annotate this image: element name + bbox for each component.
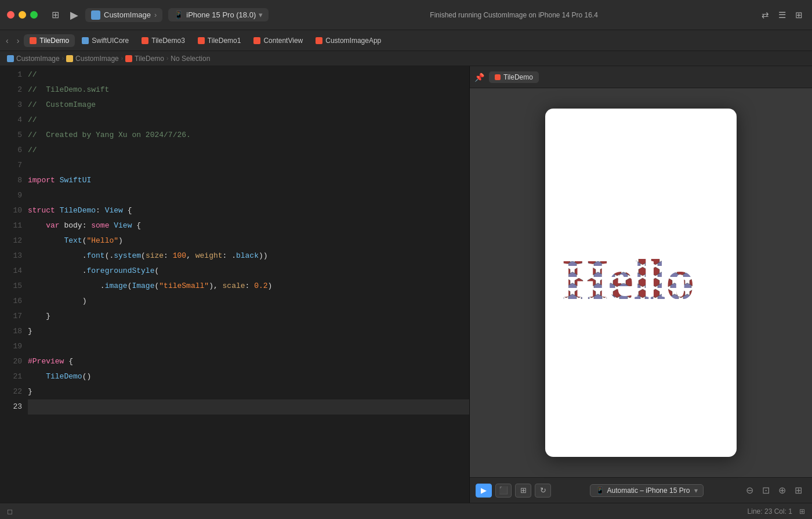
device-name: iPhone 15 Pro (18.0) <box>186 10 256 19</box>
preview-toolbar: 📌 TileDemo <box>470 66 812 88</box>
hello-svg: Hello <box>560 244 722 313</box>
line-num-11: 11 <box>0 218 22 233</box>
swift-icon <box>316 37 322 44</box>
phone-icon: 📱 <box>596 486 604 495</box>
tab-tiledemo1[interactable]: TileDemo1 <box>192 34 247 47</box>
code-line-7 <box>28 158 469 173</box>
tab-tiledemo1-label: TileDemo1 <box>208 37 241 45</box>
code-line-17: } <box>28 309 469 324</box>
line-num-15: 15 <box>0 279 22 294</box>
layout-button[interactable]: ⊞ <box>793 9 805 21</box>
code-line-16: ) <box>28 294 469 309</box>
line-num-19: 19 <box>0 339 22 354</box>
line-num-1: 1 <box>0 67 22 82</box>
tab-contentview[interactable]: ContentView <box>248 34 309 47</box>
maximize-button[interactable] <box>30 11 38 19</box>
sidebar-toggle-button[interactable]: ⊞ <box>48 9 62 21</box>
swift-icon <box>198 37 205 44</box>
line-num-2: 2 <box>0 82 22 98</box>
device-selector[interactable]: 📱 iPhone 15 Pro (18.0) ▾ <box>168 8 269 21</box>
line-num-17: 17 <box>0 309 22 324</box>
preview-orientation-button[interactable]: ↻ <box>535 484 551 498</box>
app-icon <box>91 10 100 20</box>
zoom-fit-button[interactable]: ⊞ <box>791 484 806 497</box>
preview-tab-label: TileDemo <box>503 73 533 81</box>
code-line-12: Text ( "Hello" ) <box>28 233 469 248</box>
line-num-7: 7 <box>0 158 22 173</box>
navigator-button[interactable]: ⇄ <box>759 9 771 21</box>
code-content: // // TileDemo.swift // CustomImage // /… <box>28 66 469 503</box>
line-num-4: 4 <box>0 113 22 128</box>
zoom-controls: ⊖ ⊡ ⊕ ⊞ <box>742 484 806 497</box>
line-num-8: 8 <box>0 173 22 188</box>
preview-grid-button[interactable]: ⊞ <box>515 484 531 498</box>
tab-tiledemo-label: TileDemo <box>39 37 69 45</box>
line-num-10: 10 <box>0 203 22 218</box>
nav-back-button[interactable]: ‹ <box>2 34 12 48</box>
breadcrumb-separator-2: › <box>121 55 123 62</box>
preview-playback-controls: ▶ ⬛ ⊞ ↻ <box>476 484 551 498</box>
code-line-18: } <box>28 324 469 339</box>
phone-icon: 📱 <box>174 10 183 19</box>
preview-play-button[interactable]: ▶ <box>476 484 492 498</box>
device-selector-button[interactable]: 📱 Automatic – iPhone 15 Pro ▾ <box>590 484 704 497</box>
breadcrumb-nosel-label: No Selection <box>171 55 210 63</box>
phone-frame: Hello <box>545 109 737 457</box>
zoom-in-button[interactable]: ⊕ <box>775 484 790 497</box>
cursor-position: Line: 23 Col: 1 <box>748 507 792 516</box>
tab-customimageapp[interactable]: CustomImageApp <box>310 34 387 47</box>
line-num-5: 5 <box>0 128 22 143</box>
line-num-18: 18 <box>0 324 22 339</box>
code-line-8: import SwiftUI <box>28 173 469 188</box>
app-icon <box>7 55 14 62</box>
swift-icon <box>253 37 260 44</box>
code-line-15: . image ( Image ( "tileSmall" ), scale :… <box>28 279 469 294</box>
breadcrumb-customimage-app[interactable]: CustomImage <box>7 55 60 63</box>
code-line-5: // Created by Yang Xu on 2024/7/26. <box>28 128 469 143</box>
pin-button[interactable]: 📌 <box>474 73 484 82</box>
scheme-selector[interactable]: CustomImage › <box>85 8 162 22</box>
close-button[interactable] <box>7 11 14 19</box>
device-selector-label: Automatic – iPhone 15 Pro <box>607 486 690 495</box>
nav-forward-button[interactable]: › <box>13 34 23 48</box>
breadcrumb-tiledemo[interactable]: TileDemo <box>125 55 164 63</box>
zoom-reset-button[interactable]: ⊡ <box>759 484 774 497</box>
code-editor[interactable]: 1 2 3 4 5 6 7 8 9 10 11 12 13 14 15 16 1… <box>0 66 470 503</box>
statusbar-left: ◻ <box>7 507 13 516</box>
chevron-right-icon: › <box>154 10 157 19</box>
status-bar: ◻ Line: 23 Col: 1 ⊞ <box>0 503 812 519</box>
layout-icon: ⊞ <box>799 507 805 516</box>
code-line-13: . font (. system ( size : 100 , weight :… <box>28 248 469 264</box>
line-num-23: 23 <box>0 399 22 415</box>
code-line-1: // <box>28 67 469 82</box>
line-num-13: 13 <box>0 248 22 264</box>
tab-bar: ‹ › TileDemo SwiftUICore TileDemo3 TileD… <box>0 30 812 51</box>
line-num-3: 3 <box>0 98 22 113</box>
code-line-23 <box>28 399 469 415</box>
tab-customimageapp-label: CustomImageApp <box>325 37 381 45</box>
code-line-19 <box>28 339 469 354</box>
tab-tiledemo[interactable]: TileDemo <box>24 34 75 47</box>
tab-tiledemo3-label: TileDemo3 <box>151 37 185 45</box>
tab-swiftuicore[interactable]: SwiftUICore <box>76 34 135 47</box>
tab-tiledemo3[interactable]: TileDemo3 <box>136 34 191 47</box>
breadcrumb-folder-label: CustomImage <box>75 55 119 63</box>
hello-preview-text: Hello <box>560 244 722 322</box>
preview-inspect-button[interactable]: ⬛ <box>495 484 512 498</box>
run-button[interactable]: ▶ <box>70 9 78 21</box>
code-line-10: struct TileDemo : View { <box>28 203 469 218</box>
line-num-14: 14 <box>0 264 22 279</box>
code-line-4: // <box>28 113 469 128</box>
code-line-20: #Preview { <box>28 354 469 369</box>
swift-icon <box>495 74 501 80</box>
statusbar-right: Line: 23 Col: 1 ⊞ <box>748 507 805 516</box>
zoom-out-button[interactable]: ⊖ <box>742 484 757 497</box>
code-line-2: // TileDemo.swift <box>28 82 469 98</box>
code-line-9 <box>28 188 469 203</box>
inspector-button[interactable]: ☰ <box>776 9 788 21</box>
preview-tab: TileDemo <box>489 71 539 83</box>
breadcrumb-customimage-folder[interactable]: CustomImage <box>66 55 119 63</box>
line-numbers: 1 2 3 4 5 6 7 8 9 10 11 12 13 14 15 16 1… <box>0 66 28 503</box>
minimize-button[interactable] <box>19 11 26 19</box>
main-content: 1 2 3 4 5 6 7 8 9 10 11 12 13 14 15 16 1… <box>0 66 812 503</box>
